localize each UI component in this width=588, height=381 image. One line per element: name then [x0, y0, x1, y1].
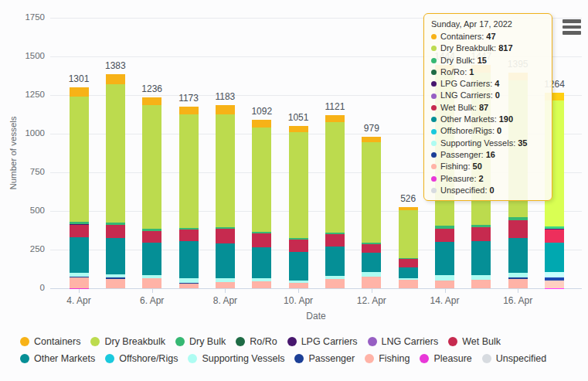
legend-item-dry-bulk[interactable]: Dry Bulk — [175, 336, 226, 347]
stacked-bar-6-apr[interactable] — [142, 97, 161, 288]
fishing-segment[interactable] — [362, 277, 381, 288]
series-color-dot-icon — [431, 46, 437, 51]
dry-breakbulk-segment[interactable] — [142, 105, 161, 229]
wet-bulk-segment[interactable] — [252, 233, 271, 247]
containers-segment[interactable] — [362, 137, 381, 142]
supporting-vessels-segment[interactable] — [435, 275, 454, 281]
stacked-bar-10-apr[interactable] — [289, 126, 308, 288]
other-markets-segment[interactable] — [545, 243, 564, 272]
wet-bulk-segment[interactable] — [325, 234, 345, 247]
fishing-segment[interactable] — [179, 284, 199, 288]
other-markets-segment[interactable] — [399, 267, 418, 278]
tooltip-series-value: 817 — [498, 43, 512, 54]
dry-breakbulk-segment[interactable] — [252, 128, 271, 232]
fishing-segment[interactable] — [252, 281, 271, 288]
containers-segment[interactable] — [106, 74, 125, 84]
fishing-segment[interactable] — [325, 279, 345, 288]
chart-legend: ContainersDry BreakbulkDry BulkRo/RoLPG … — [20, 333, 581, 367]
fishing-segment[interactable] — [508, 279, 528, 288]
other-markets-segment[interactable] — [142, 243, 161, 275]
other-markets-segment[interactable] — [70, 237, 89, 273]
other-markets-segment[interactable] — [289, 252, 308, 281]
containers-segment[interactable] — [289, 126, 308, 132]
legend-item-fishing[interactable]: Fishing — [365, 353, 410, 364]
fishing-segment[interactable] — [70, 277, 89, 288]
dry-breakbulk-segment[interactable] — [362, 142, 381, 242]
other-markets-segment[interactable] — [106, 238, 125, 274]
dry-breakbulk-segment[interactable] — [325, 122, 345, 233]
tooltip-series-value: 2 — [478, 173, 483, 185]
dry-breakbulk-segment[interactable] — [216, 114, 235, 227]
stacked-bar-13-apr[interactable] — [399, 207, 418, 288]
containers-segment[interactable] — [216, 105, 235, 114]
stacked-bar-8-apr[interactable] — [216, 105, 235, 288]
tooltip-series-label: Wet Bulk: — [440, 102, 477, 114]
wet-bulk-segment[interactable] — [142, 231, 161, 243]
other-markets-segment[interactable] — [362, 253, 381, 272]
supporting-vessels-segment[interactable] — [545, 272, 564, 277]
wet-bulk-segment[interactable] — [362, 244, 381, 253]
wet-bulk-segment[interactable] — [289, 240, 308, 252]
fishing-segment[interactable] — [435, 281, 454, 288]
wet-bulk-segment[interactable] — [179, 230, 199, 241]
fishing-segment[interactable] — [142, 278, 161, 288]
dry-breakbulk-segment[interactable] — [106, 84, 125, 223]
other-markets-segment[interactable] — [508, 238, 528, 273]
stacked-bar-12-apr[interactable] — [362, 137, 381, 288]
dry-breakbulk-segment[interactable] — [70, 97, 89, 222]
wet-bulk-segment[interactable] — [70, 225, 89, 237]
x-axis-tick-label: 10. Apr — [284, 295, 313, 306]
legend-item-dry-breakbulk[interactable]: Dry Breakbulk — [90, 336, 165, 347]
legend-color-dot-icon — [365, 354, 374, 363]
containers-segment[interactable] — [325, 115, 345, 122]
other-markets-segment[interactable] — [252, 247, 271, 278]
containers-segment[interactable] — [252, 120, 271, 128]
fishing-segment[interactable] — [471, 280, 491, 288]
other-markets-segment[interactable] — [216, 243, 235, 278]
wet-bulk-segment[interactable] — [216, 229, 235, 243]
other-markets-segment[interactable] — [471, 241, 491, 275]
legend-item-lng-carriers[interactable]: LNG Carriers — [368, 336, 439, 347]
fishing-segment[interactable] — [106, 279, 125, 288]
legend-item-offshore-rigs[interactable]: Offshore/Rigs — [105, 353, 178, 364]
dry-breakbulk-segment[interactable] — [399, 210, 418, 258]
tooltip-row: Supporting Vessels:35 — [431, 138, 545, 149]
legend-item-unspecified[interactable]: Unspecified — [482, 353, 546, 364]
wet-bulk-segment[interactable] — [471, 227, 491, 241]
containers-segment[interactable] — [142, 97, 161, 105]
hamburger-menu-icon[interactable] — [563, 19, 581, 37]
containers-segment[interactable] — [70, 87, 89, 97]
stacked-bar-4-apr[interactable] — [70, 87, 89, 288]
legend-item-other-markets[interactable]: Other Markets — [20, 353, 95, 364]
wet-bulk-segment[interactable] — [399, 259, 418, 267]
legend-item-supporting-vessels[interactable]: Supporting Vessels — [188, 353, 284, 364]
legend-item-passenger[interactable]: Passenger — [294, 353, 355, 364]
tooltip-series-label: LPG Carriers: — [440, 78, 492, 90]
other-markets-segment[interactable] — [325, 247, 345, 276]
dry-breakbulk-segment[interactable] — [289, 132, 308, 238]
legend-item-lpg-carriers[interactable]: LPG Carriers — [287, 336, 358, 347]
fishing-segment[interactable] — [289, 283, 308, 288]
fishing-segment[interactable] — [216, 282, 235, 288]
x-axis-tick-label: 8. Apr — [213, 295, 237, 306]
wet-bulk-segment[interactable] — [106, 225, 125, 238]
other-markets-segment[interactable] — [435, 242, 454, 275]
wet-bulk-segment[interactable] — [545, 230, 564, 243]
wet-bulk-segment[interactable] — [508, 220, 528, 238]
legend-row: Other MarketsOffshore/RigsSupporting Ves… — [20, 350, 581, 367]
containers-segment[interactable] — [179, 107, 199, 114]
legend-item-containers[interactable]: Containers — [20, 336, 80, 347]
other-markets-segment[interactable] — [179, 241, 199, 278]
tooltip-series-value: 0 — [495, 90, 500, 101]
legend-item-ro-ro[interactable]: Ro/Ro — [236, 336, 277, 347]
legend-item-wet-bulk[interactable]: Wet Bulk — [448, 336, 501, 347]
fishing-segment[interactable] — [545, 281, 564, 288]
fishing-segment[interactable] — [399, 280, 418, 288]
stacked-bar-11-apr[interactable] — [325, 115, 345, 288]
stacked-bar-9-apr[interactable] — [252, 120, 271, 288]
wet-bulk-segment[interactable] — [435, 229, 454, 242]
stacked-bar-7-apr[interactable] — [179, 107, 199, 288]
legend-item-pleasure[interactable]: Pleasure — [420, 353, 471, 364]
stacked-bar-5-apr[interactable] — [106, 74, 125, 288]
dry-breakbulk-segment[interactable] — [179, 114, 199, 228]
